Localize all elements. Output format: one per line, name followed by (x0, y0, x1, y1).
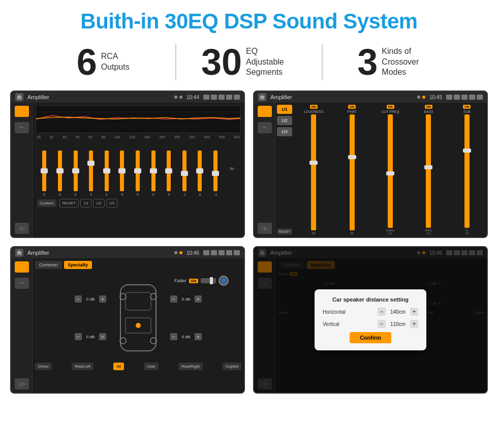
home-icon[interactable] (15, 93, 23, 101)
preset-u1[interactable]: U1 (277, 105, 292, 114)
driver-btn[interactable]: Driver (35, 363, 52, 370)
left-speaker-controls: − 0 dB + − 0 dB + (75, 295, 106, 340)
eq-slider-5[interactable]: 0 (105, 151, 109, 196)
crossover-screen: Amplifier 10:45 (253, 91, 488, 238)
right-top-minus[interactable]: − (170, 295, 177, 303)
phat-on-badge: ON (348, 105, 356, 109)
right-top-plus[interactable]: + (195, 295, 202, 303)
eq-u1-btn[interactable]: U1 (80, 199, 91, 207)
right-bottom-value: 0 dB (179, 335, 193, 339)
user-btn[interactable]: User (144, 363, 159, 370)
crossover-reset-btn[interactable]: RESET (277, 228, 292, 235)
right-bottom-plus[interactable]: + (195, 333, 202, 340)
eq-slider-9[interactable]: 0 (167, 151, 171, 196)
eq-ls-icon2[interactable]: 〜 (15, 122, 29, 133)
tab-common[interactable]: Common (35, 261, 62, 269)
tab-specialty[interactable]: Specialty (64, 261, 92, 269)
all-btn[interactable]: All (113, 363, 124, 370)
stat-eq: 30 EQ AdjustableSegments (175, 44, 322, 80)
fader-dot2 (179, 251, 182, 254)
preset-u2[interactable]: U2 (277, 116, 292, 125)
fd-ls-icon3[interactable]: ◁▷ (15, 378, 29, 390)
sub-label: SUB (463, 110, 471, 113)
cutfreq-group: ON CUT FREQ 100Hz3.0 (372, 105, 409, 235)
horizontal-ctrl: − 140cm + (378, 308, 418, 316)
eq-sliders-container: 0 0 0 5 0 (36, 140, 241, 196)
eq-slider-11[interactable]: 0 (198, 151, 202, 196)
eq-dot1 (174, 96, 177, 99)
profile-icon[interactable]: 👤 (219, 276, 229, 286)
crossover-home-icon[interactable] (258, 93, 266, 101)
fd-ls-icon2[interactable]: 〜 (15, 278, 29, 289)
crossover-time: 10:45 (429, 95, 442, 100)
eq-graph (36, 105, 241, 133)
eq-ls-icon3[interactable]: ◁▷ (15, 223, 29, 234)
left-top-plus[interactable]: + (99, 295, 106, 303)
screens-grid: Amplifier 10:44 (0, 87, 498, 399)
fader-time: 10:46 (186, 250, 199, 256)
left-top-value: 0 dB (83, 297, 98, 302)
vertical-value: 110cm (388, 321, 408, 327)
eq-u3-btn[interactable]: U3 (106, 199, 117, 207)
rearright-btn[interactable]: RearRight (178, 363, 203, 370)
bass-slider[interactable] (426, 114, 431, 228)
eq-slider-7[interactable]: 0 (136, 151, 140, 196)
sub-slider[interactable] (464, 114, 470, 228)
vertical-plus[interactable]: + (410, 320, 418, 328)
horizontal-label: Horizontal (323, 309, 346, 315)
eq-main-content: 25 32 40 50 63 80 100 125 160 200 250 32… (33, 103, 244, 237)
loudness-on-badge: ON (310, 105, 318, 109)
eq-slider-8[interactable]: 0 (151, 151, 155, 196)
fader-slider-h[interactable] (201, 278, 216, 283)
eq-slider-2[interactable]: 0 (58, 151, 62, 196)
cx-ls-icon3[interactable]: ◁▷ (258, 223, 272, 234)
fader-title: Amplifier (27, 250, 172, 256)
eq-slider-4[interactable]: 5 (89, 151, 93, 196)
preset-u3[interactable]: U3 (277, 127, 292, 136)
fd-ls-icon1[interactable] (15, 261, 29, 273)
copilot-btn[interactable]: Copilot (223, 363, 241, 370)
eq-time: 10:44 (186, 95, 199, 100)
crossover-sliders-area: ON LOUDNESS 64 ON PHAT 32 (294, 103, 487, 237)
left-bottom-plus[interactable]: + (99, 333, 106, 340)
crossover-dot2 (422, 96, 425, 99)
fader-home-icon[interactable] (15, 249, 23, 257)
rearleft-btn[interactable]: RearLeft (72, 363, 94, 370)
eq-slider-12[interactable]: -1 (213, 151, 217, 196)
cx-back-icon (477, 95, 483, 100)
left-bottom-value: 0 dB (83, 335, 98, 339)
left-top-ctrl: − 0 dB + (75, 295, 106, 303)
eq-u2-btn[interactable]: U2 (93, 199, 104, 207)
eq-ls-icon1[interactable] (15, 106, 29, 117)
loudness-slider[interactable] (311, 114, 316, 230)
phat-slider[interactable] (350, 114, 355, 230)
right-bottom-minus[interactable]: − (170, 333, 177, 340)
cx-ls-icon2[interactable]: 〜 (258, 122, 272, 133)
fader-label-row: Fader ON 👤 (174, 276, 229, 286)
confirm-button[interactable]: Confirm (350, 332, 391, 343)
left-bottom-minus[interactable]: − (75, 333, 82, 340)
vertical-minus[interactable]: − (378, 320, 386, 328)
horizontal-minus[interactable]: − (378, 308, 386, 316)
eq-slider-10[interactable]: -1 (182, 151, 186, 196)
horizontal-value: 140cm (388, 309, 408, 315)
cx-ls-icon1[interactable] (258, 106, 272, 117)
eq-left-sidebar: 〜 ◁▷ (11, 103, 33, 237)
eq-slider-6[interactable]: 0 (120, 151, 124, 196)
dialog-title: Car speaker distance setting (323, 296, 418, 303)
eq-custom-btn[interactable]: Custom (37, 199, 56, 207)
crossover-main: U1 U2 U3 RESET ON LOUDNESS 64 (275, 103, 487, 237)
sub-group: ON SUB G20 (449, 105, 485, 235)
fader-screen: Amplifier 10:46 〜 (10, 246, 245, 394)
eq-status-bar: Amplifier 10:44 (11, 92, 244, 103)
cx-camera-icon (446, 95, 452, 100)
cutfreq-slider[interactable] (388, 114, 393, 228)
horizontal-plus[interactable]: + (410, 308, 418, 316)
eq-reset-btn[interactable]: RESET (59, 199, 79, 207)
fader-tabs: Common Specialty (35, 261, 241, 269)
eq-slider-3[interactable]: 0 (74, 151, 78, 196)
eq-slider-1[interactable]: 0 (42, 151, 46, 196)
crossover-sb-icons (446, 95, 483, 100)
left-top-minus[interactable]: − (75, 295, 82, 303)
fader-main-content: Common Specialty Fader ON 👤 − (33, 258, 244, 393)
